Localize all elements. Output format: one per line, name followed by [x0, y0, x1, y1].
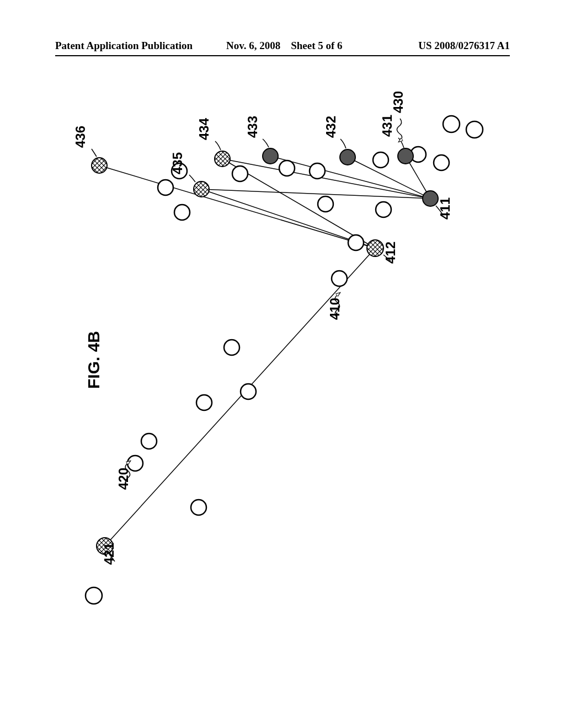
figure-label: FIG. 4B — [84, 331, 103, 389]
node-433 — [263, 148, 278, 164]
node-open — [174, 205, 190, 220]
label-434: 434 — [196, 117, 211, 140]
label-435: 435 — [170, 152, 185, 174]
node-open — [191, 500, 206, 515]
lead-432 — [340, 139, 346, 148]
node-434 — [215, 151, 230, 167]
node-open — [332, 271, 347, 286]
node-open — [279, 160, 295, 176]
lead-lines — [92, 138, 443, 561]
lead-434 — [215, 141, 221, 150]
edge-411-435 — [201, 189, 430, 199]
lead-436 — [92, 149, 97, 157]
label-436: 436 — [73, 126, 88, 148]
node-432 — [340, 149, 355, 165]
node-open — [224, 340, 239, 355]
lead-433 — [263, 139, 269, 147]
label-433: 433 — [245, 116, 260, 138]
label-412: 412 — [383, 242, 398, 264]
node-open — [158, 180, 173, 195]
header-pubnumber: US 2008/0276317 A1 — [418, 40, 510, 52]
edge-412-421 — [105, 248, 375, 546]
labels: 430 431 432 433 434 435 436 411 412 410 … — [73, 91, 452, 565]
node-open — [196, 395, 212, 410]
unlabeled-nodes — [86, 116, 483, 604]
header-publication: Patent Application Publication — [55, 40, 193, 52]
node-open — [141, 433, 157, 449]
label-420: 420 — [116, 468, 131, 490]
node-open — [86, 587, 102, 604]
node-open — [443, 116, 460, 132]
node-open — [310, 163, 325, 179]
node-open — [373, 152, 388, 168]
arrow-430 — [397, 119, 402, 142]
node-436 — [92, 158, 107, 173]
lead-435 — [189, 175, 195, 182]
node-411 — [423, 191, 438, 206]
header-sheet: Sheet 5 of 6 — [291, 40, 342, 51]
header-date-sheet: Nov. 6, 2008 Sheet 5 of 6 — [226, 40, 343, 52]
node-open — [241, 384, 256, 399]
node-435 — [194, 181, 209, 197]
label-431: 431 — [380, 115, 395, 137]
label-432: 432 — [323, 116, 338, 138]
node-open — [318, 196, 333, 212]
label-421: 421 — [102, 543, 116, 565]
edge-411-434 — [222, 159, 430, 199]
figure-4b: 430 431 432 433 434 435 436 411 412 410 … — [50, 88, 519, 673]
node-431 — [398, 148, 413, 164]
label-410: 410 — [327, 298, 342, 320]
node-open — [376, 202, 391, 217]
group-arrows — [125, 119, 402, 485]
label-430: 430 — [391, 91, 406, 113]
node-open — [348, 235, 364, 250]
node-open — [434, 155, 449, 170]
header-date: Nov. 6, 2008 — [226, 40, 280, 51]
label-411: 411 — [438, 197, 452, 220]
node-open — [466, 121, 483, 138]
node-412 — [367, 240, 383, 256]
header-rule — [55, 55, 510, 56]
node-open — [232, 166, 248, 181]
